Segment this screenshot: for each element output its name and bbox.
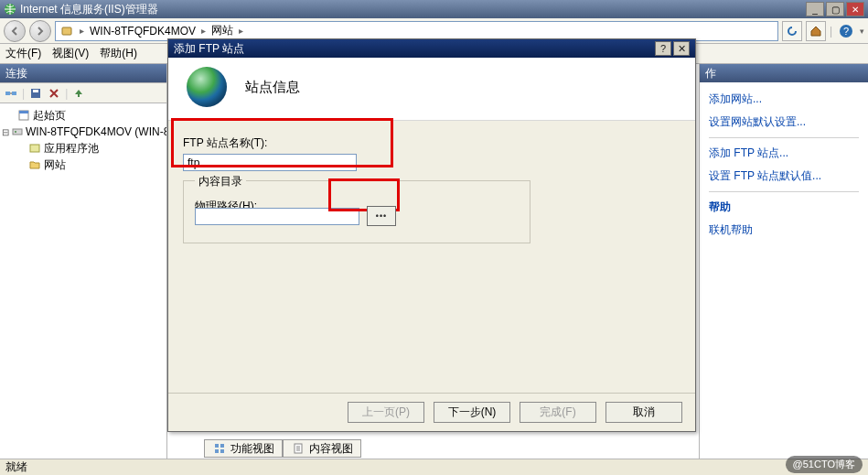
tree-app-pools-label: 应用程序池 <box>44 141 99 157</box>
iis-icon <box>4 3 16 16</box>
connections-pane: 连接 | | 起始页 ⊟ WIN-8TFQFDK4MOV ( <box>0 64 167 459</box>
tree-app-pools[interactable]: 应用程序池 <box>2 140 165 157</box>
tree-sites-label: 网站 <box>44 157 66 173</box>
breadcrumb-server: WIN-8TFQFDK4MOV <box>90 25 196 38</box>
server-node-icon <box>11 124 24 139</box>
svg-rect-4 <box>5 92 10 95</box>
site-name-group: FTP 站点名称(T): <box>183 135 680 171</box>
statusbar: 就绪 <box>0 459 868 475</box>
dialog-header: 站点信息 <box>168 58 695 121</box>
separator <box>709 191 859 192</box>
app-pool-icon <box>27 141 42 156</box>
dialog-heading: 站点信息 <box>245 79 300 96</box>
minimize-button[interactable]: _ <box>806 2 824 16</box>
iis-manager-window: Internet 信息服务(IIS)管理器 _ ▢ ✕ ▸ WIN-8TFQFD… <box>0 0 868 475</box>
home-button[interactable] <box>806 21 826 41</box>
svg-rect-9 <box>19 111 28 113</box>
connections-tree: 起始页 ⊟ WIN-8TFQFDK4MOV (WIN-8T 应用程序池 网站 <box>0 103 166 459</box>
site-name-input[interactable] <box>183 154 357 171</box>
action-site-defaults[interactable]: 设置网站默认设置... <box>709 111 859 134</box>
svg-rect-1 <box>62 27 71 35</box>
sites-folder-icon <box>27 157 42 172</box>
watermark: @51CTO博客 <box>786 456 863 473</box>
svg-rect-5 <box>12 92 16 95</box>
forward-button[interactable] <box>29 20 51 42</box>
connections-toolbar: | | <box>0 82 166 103</box>
maximize-button[interactable]: ▢ <box>826 2 844 16</box>
tab-content-label: 内容视图 <box>309 441 353 457</box>
connections-title: 连接 <box>5 66 27 81</box>
home-page-icon <box>16 108 31 123</box>
actions-header: 作 <box>700 64 868 82</box>
dialog-help-button[interactable]: ? <box>655 41 671 56</box>
connect-icon[interactable] <box>4 86 18 101</box>
up-icon[interactable] <box>71 86 86 101</box>
content-icon <box>291 441 305 456</box>
chevron-right-icon: ▸ <box>78 26 86 36</box>
tree-server-label: WIN-8TFQFDK4MOV (WIN-8T <box>26 125 166 138</box>
prev-button[interactable]: 上一页(P) <box>348 402 424 423</box>
back-button[interactable] <box>4 20 26 42</box>
content-dir-legend: 内容目录 <box>195 174 246 189</box>
svg-rect-14 <box>220 444 224 448</box>
site-name-label: FTP 站点名称(T): <box>183 135 680 151</box>
window-controls: _ ▢ ✕ <box>806 2 864 16</box>
chevron-right-icon: ▸ <box>199 26 208 36</box>
dialog-title: 添加 FTP 站点 <box>174 41 244 57</box>
tree-sites[interactable]: 网站 <box>2 157 165 173</box>
menu-file[interactable]: 文件(F) <box>5 46 41 61</box>
actions-title: 作 <box>705 66 716 81</box>
phys-path-input[interactable] <box>195 208 359 225</box>
svg-rect-12 <box>30 145 39 152</box>
svg-rect-7 <box>33 90 38 92</box>
next-button[interactable]: 下一步(N) <box>434 402 510 423</box>
dialog-footer: 上一页(P) 下一步(N) 完成(F) 取消 <box>168 393 695 431</box>
tab-features-label: 功能视图 <box>230 441 274 457</box>
action-online-help[interactable]: 联机帮助 <box>709 219 859 242</box>
tree-home[interactable]: 起始页 <box>2 107 165 124</box>
svg-rect-10 <box>13 129 22 135</box>
menu-view[interactable]: 视图(V) <box>52 46 89 61</box>
cancel-button[interactable]: 取消 <box>605 402 682 423</box>
breadcrumb-node: 网站 <box>211 23 233 38</box>
dialog-body: FTP 站点名称(T): 内容目录 物理路径(H): ••• <box>168 121 695 243</box>
svg-rect-15 <box>215 449 219 453</box>
action-add-site[interactable]: 添加网站... <box>709 88 859 111</box>
svg-text:?: ? <box>843 26 849 37</box>
action-ftp-defaults[interactable]: 设置 FTP 站点默认值... <box>709 165 859 188</box>
actions-body: 添加网站... 设置网站默认设置... 添加 FTP 站点... 设置 FTP … <box>700 82 868 459</box>
action-help-header[interactable]: 帮助 <box>709 196 859 219</box>
svg-rect-16 <box>220 449 224 453</box>
dialog-close-button[interactable]: ✕ <box>673 41 690 56</box>
delete-icon[interactable] <box>47 86 61 101</box>
browse-button[interactable]: ••• <box>367 206 396 226</box>
tab-content[interactable]: 内容视图 <box>283 439 361 458</box>
window-title: Internet 信息服务(IIS)管理器 <box>20 2 158 17</box>
svg-point-11 <box>15 131 16 133</box>
menu-help[interactable]: 帮助(H) <box>100 46 137 61</box>
dialog-titlebar: 添加 FTP 站点 ? ✕ <box>168 39 695 58</box>
globe-icon <box>187 67 227 107</box>
connections-header: 连接 <box>0 64 166 82</box>
separator <box>709 137 859 138</box>
add-ftp-dialog: 添加 FTP 站点 ? ✕ 站点信息 FTP 站点名称(T): 内容目录 物理路… <box>167 38 696 432</box>
action-add-ftp[interactable]: 添加 FTP 站点... <box>709 142 859 165</box>
tree-server[interactable]: ⊟ WIN-8TFQFDK4MOV (WIN-8T <box>2 124 165 140</box>
collapse-icon[interactable]: ⊟ <box>2 127 9 137</box>
features-icon <box>212 441 227 456</box>
status-ready: 就绪 <box>5 459 27 475</box>
actions-pane: 作 添加网站... 设置网站默认设置... 添加 FTP 站点... 设置 FT… <box>699 64 868 459</box>
window-titlebar: Internet 信息服务(IIS)管理器 _ ▢ ✕ <box>0 0 868 18</box>
refresh-button[interactable] <box>782 21 802 41</box>
close-button[interactable]: ✕ <box>846 2 864 16</box>
finish-button[interactable]: 完成(F) <box>520 402 596 423</box>
svg-rect-13 <box>215 444 219 448</box>
tab-features[interactable]: 功能视图 <box>204 439 283 458</box>
server-icon <box>59 24 74 38</box>
ellipsis-icon: ••• <box>376 211 387 221</box>
content-dir-fieldset: 内容目录 物理路径(H): ••• <box>183 180 530 243</box>
help-button[interactable]: ? <box>836 21 856 41</box>
tree-home-label: 起始页 <box>33 108 66 124</box>
view-tabs: 功能视图 内容视图 <box>204 438 361 459</box>
save-icon[interactable] <box>28 86 43 101</box>
